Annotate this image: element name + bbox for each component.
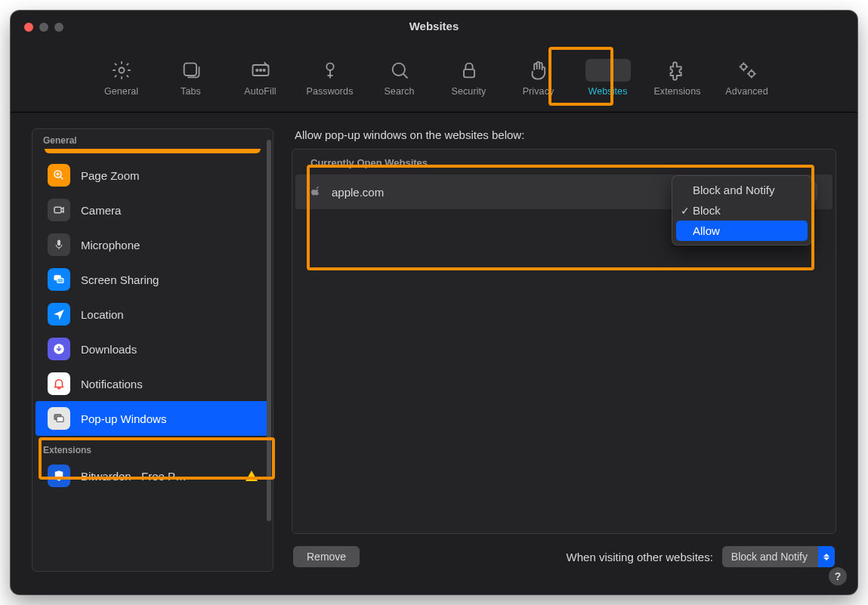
gears-icon xyxy=(736,59,758,82)
tab-label: AutoFill xyxy=(244,86,276,97)
tab-label: Passwords xyxy=(306,86,353,97)
sidebar-item-label: Location xyxy=(81,308,124,321)
tab-advanced[interactable]: Advanced xyxy=(715,56,779,98)
hand-icon xyxy=(527,59,550,82)
tab-label: Privacy xyxy=(523,86,554,97)
camera-icon xyxy=(48,199,70,221)
chevron-updown-icon xyxy=(818,546,835,567)
sidebar-item-page-zoom[interactable]: Page Zoom xyxy=(36,158,270,193)
sidebar-item-label: Camera xyxy=(81,204,121,217)
svg-rect-16 xyxy=(57,279,63,283)
svg-point-10 xyxy=(740,64,746,69)
shield-icon xyxy=(48,465,70,487)
tab-security[interactable]: Security xyxy=(437,56,501,98)
screens-icon xyxy=(48,268,70,291)
sidebar-scrollbar[interactable] xyxy=(267,140,271,521)
sidebar-item-label: Screen Sharing xyxy=(81,273,159,286)
sidebar-section-extensions: Extensions xyxy=(32,439,273,458)
apple-icon xyxy=(310,186,323,198)
menu-item-label: Block and Notify xyxy=(693,184,774,196)
sidebar-item-notifications[interactable]: Notifications xyxy=(36,366,270,401)
tab-general[interactable]: General xyxy=(90,56,153,98)
autofill-icon xyxy=(249,59,272,82)
other-websites-select[interactable]: Block and Notify xyxy=(722,546,835,567)
menu-item-allow[interactable]: Allow xyxy=(676,221,808,241)
sidebar-item-label: Pop-up Windows xyxy=(81,412,166,425)
gear-icon xyxy=(110,59,133,82)
download-icon xyxy=(48,338,70,360)
footer-right: When visiting other websites: Block and … xyxy=(567,546,835,567)
popups-icon xyxy=(48,407,70,430)
sidebar-item-label: Microphone xyxy=(81,239,140,252)
key-icon xyxy=(319,59,341,82)
sidebar-item-label: Page Zoom xyxy=(81,169,140,182)
svg-point-6 xyxy=(326,63,333,70)
tab-extensions[interactable]: Extensions xyxy=(646,56,709,98)
svg-rect-14 xyxy=(58,240,60,245)
tab-label: Advanced xyxy=(725,86,768,97)
search-icon xyxy=(388,59,411,82)
tab-label: Security xyxy=(452,86,487,97)
settings-sidebar: General Page Zoom Camera xyxy=(32,128,273,572)
mic-icon xyxy=(48,233,70,256)
preferences-toolbar: General Tabs AutoFill Passwords Search xyxy=(11,48,857,113)
puzzle-icon xyxy=(666,59,689,82)
svg-point-3 xyxy=(256,69,258,71)
panel-title: Allow pop-up windows on the websites bel… xyxy=(292,128,836,141)
sidebar-item-downloads[interactable]: Downloads xyxy=(36,332,270,366)
svg-point-5 xyxy=(263,69,264,71)
tab-label: Websites xyxy=(588,86,628,97)
policy-popup-menu: Block and Notify Block Allow xyxy=(672,175,812,245)
help-label: ? xyxy=(835,570,842,582)
sidebar-item-label: Bitwarden - Free P… xyxy=(81,470,187,483)
panel-footer: Remove When visiting other websites: Blo… xyxy=(292,542,836,572)
sidebar-item-bitwarden[interactable]: Bitwarden - Free P… xyxy=(36,458,270,493)
footer-label: When visiting other websites: xyxy=(567,551,713,563)
help-button[interactable]: ? xyxy=(829,567,847,585)
menu-item-block-notify[interactable]: Block and Notify xyxy=(676,180,808,200)
site-domain: apple.com xyxy=(332,186,384,199)
svg-point-4 xyxy=(259,69,261,71)
sidebar-item-label: Notifications xyxy=(81,378,143,390)
menu-item-block[interactable]: Block xyxy=(676,200,808,221)
sidebar-item-popups[interactable]: Pop-up Windows xyxy=(36,401,270,436)
tab-passwords[interactable]: Passwords xyxy=(298,56,362,98)
zoom-icon xyxy=(48,164,70,187)
window-title: Websites xyxy=(11,20,857,32)
location-icon xyxy=(48,303,70,326)
preferences-window: Websites General Tabs AutoFill Passwords xyxy=(11,11,857,594)
svg-rect-19 xyxy=(57,417,63,422)
tab-label: Tabs xyxy=(181,86,201,97)
menu-item-label: Allow xyxy=(693,224,720,237)
sidebar-item-screen-sharing[interactable]: Screen Sharing xyxy=(36,262,270,297)
tab-privacy[interactable]: Privacy xyxy=(507,56,570,98)
menu-item-label: Block xyxy=(693,204,721,217)
table-header: Currently Open Websites xyxy=(292,150,836,174)
select-value: Block and Notify xyxy=(722,551,818,563)
svg-point-7 xyxy=(392,63,404,76)
bell-icon xyxy=(48,372,70,395)
svg-rect-8 xyxy=(464,69,474,78)
sidebar-item-camera[interactable]: Camera xyxy=(36,193,270,227)
svg-rect-1 xyxy=(184,63,196,76)
sidebar-list: Page Zoom Camera Microphone xyxy=(32,149,273,439)
svg-point-11 xyxy=(749,71,754,76)
tab-autofill[interactable]: AutoFill xyxy=(229,56,292,98)
tab-label: General xyxy=(104,86,138,97)
sidebar-item-microphone[interactable]: Microphone xyxy=(36,227,270,262)
sidebar-item-label: Downloads xyxy=(81,343,137,356)
svg-point-0 xyxy=(119,68,124,73)
sidebar-section-general: General xyxy=(32,129,273,149)
lock-icon xyxy=(458,59,480,82)
sidebar-item-partial[interactable] xyxy=(45,149,261,153)
svg-rect-13 xyxy=(54,207,61,213)
remove-button[interactable]: Remove xyxy=(293,546,360,567)
globe-icon xyxy=(585,59,631,82)
warning-icon xyxy=(246,471,258,481)
sidebar-ext-list: Bitwarden - Free P… xyxy=(32,458,273,496)
tabs-icon xyxy=(180,59,202,82)
tab-tabs[interactable]: Tabs xyxy=(159,56,223,98)
tab-websites[interactable]: Websites xyxy=(576,56,640,98)
sidebar-item-location[interactable]: Location xyxy=(36,297,270,332)
tab-search[interactable]: Search xyxy=(368,56,431,98)
